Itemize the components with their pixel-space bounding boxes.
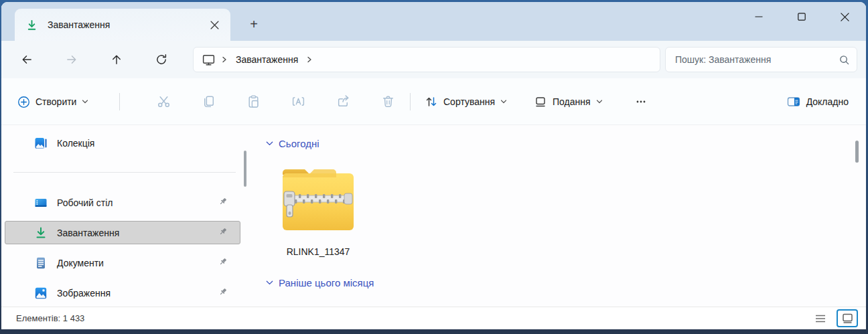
- navigation-bar: Завантаження: [1, 41, 866, 78]
- new-tab-button[interactable]: +: [244, 14, 264, 34]
- close-icon: [210, 21, 219, 29]
- close-icon: [841, 13, 849, 21]
- sidebar-item-label: Завантаження: [57, 228, 119, 238]
- sidebar-item-label: Робочий стіл: [57, 197, 113, 208]
- chevron-down-icon: [265, 139, 274, 148]
- sidebar-item-documents[interactable]: Документи: [5, 251, 240, 274]
- tab-downloads[interactable]: Завантаження: [15, 9, 230, 41]
- tab-title: Завантаження: [48, 19, 110, 30]
- up-icon: [110, 53, 123, 66]
- toolbar-divider: [119, 93, 120, 110]
- title-bar: Завантаження +: [1, 2, 866, 41]
- sidebar-scrollbar-thumb[interactable]: [244, 151, 246, 187]
- file-explorer-window: Завантаження +: [1, 2, 866, 329]
- ellipsis-icon: [634, 94, 648, 108]
- minimize-button[interactable]: [737, 2, 780, 31]
- share-button[interactable]: [330, 88, 356, 114]
- view-button[interactable]: Подання: [527, 90, 609, 113]
- more-options-button[interactable]: [628, 88, 654, 114]
- new-button-label: Створити: [35, 96, 76, 107]
- details-pane-button[interactable]: Докладно: [782, 90, 853, 113]
- paste-icon: [246, 94, 261, 108]
- details-pane-label: Докладно: [806, 96, 849, 107]
- sidebar-item-pictures[interactable]: Зображення: [5, 281, 240, 305]
- tab-close-button[interactable]: [205, 15, 224, 34]
- pin-icon: [218, 197, 228, 209]
- desktop-background: Завантаження +: [0, 0, 868, 334]
- navigation-pane: Колекція Робочий стіл: [1, 126, 255, 307]
- chevron-right-icon[interactable]: [306, 56, 313, 63]
- delete-icon: [381, 94, 395, 108]
- pictures-icon: [34, 286, 48, 300]
- copy-button[interactable]: [195, 88, 222, 114]
- view-button-label: Подання: [553, 96, 591, 107]
- sidebar-item-desktop[interactable]: Робочий стіл: [5, 191, 240, 214]
- back-icon: [20, 53, 33, 66]
- explorer-body: Колекція Робочий стіл: [1, 126, 866, 307]
- chevron-down-icon: [82, 98, 88, 105]
- copy-icon: [202, 94, 216, 108]
- group-header-label: Раніше цього місяця: [279, 277, 374, 288]
- sidebar-item-label: Документи: [57, 258, 104, 268]
- refresh-icon: [155, 53, 168, 66]
- chevron-down-icon: [500, 98, 507, 105]
- search-input[interactable]: [675, 54, 839, 65]
- sidebar-divider: [13, 172, 236, 173]
- monitor-icon: [202, 53, 216, 67]
- up-button[interactable]: [105, 48, 128, 71]
- details-pane-icon: [786, 95, 801, 108]
- view-icon: [534, 95, 547, 108]
- breadcrumb-item-downloads[interactable]: Завантаження: [236, 54, 298, 65]
- desktop-icon: [34, 196, 48, 210]
- pin-icon: [218, 227, 228, 239]
- zip-folder-icon: [277, 165, 359, 234]
- cut-icon: [157, 94, 171, 108]
- search-icon[interactable]: [839, 54, 850, 66]
- sort-button[interactable]: Сортування: [418, 90, 514, 113]
- chevron-right-icon: [221, 56, 228, 63]
- delete-button[interactable]: [374, 88, 401, 114]
- plus-circle-icon: [17, 96, 30, 108]
- minimize-icon: [755, 13, 763, 21]
- paste-button[interactable]: [240, 88, 267, 114]
- file-list-area: Сьогодні: [256, 126, 852, 307]
- sort-icon: [425, 95, 438, 108]
- download-icon: [25, 19, 38, 31]
- sidebar-item-label: Колекція: [57, 138, 94, 149]
- search-box: [665, 47, 857, 72]
- address-bar[interactable]: Завантаження: [193, 47, 660, 72]
- large-icons-view-button[interactable]: [837, 309, 858, 327]
- maximize-icon: [798, 13, 806, 21]
- file-name-label: RLINK1_11347: [287, 246, 350, 257]
- chevron-down-icon: [265, 278, 274, 287]
- list-view-button[interactable]: [810, 309, 831, 327]
- toolbar-divider: [410, 93, 411, 110]
- gallery-icon: [34, 137, 48, 150]
- group-header-earlier-this-month[interactable]: Раніше цього місяця: [265, 277, 374, 288]
- forward-button[interactable]: [60, 48, 83, 71]
- close-window-button[interactable]: [823, 2, 866, 31]
- sidebar-item-gallery[interactable]: Колекція: [5, 131, 240, 155]
- back-button[interactable]: [15, 48, 38, 71]
- large-icons-view-icon: [842, 313, 853, 324]
- list-view-icon: [815, 314, 826, 323]
- refresh-button[interactable]: [150, 48, 173, 71]
- file-item-zip-folder[interactable]: RLINK1_11347: [276, 165, 360, 257]
- new-button[interactable]: Створити: [11, 90, 95, 113]
- command-toolbar: Створити: [1, 78, 866, 125]
- pin-icon: [218, 257, 228, 269]
- status-bar: Елементів: 1 433: [1, 307, 866, 329]
- cut-button[interactable]: [150, 88, 177, 114]
- download-icon: [34, 226, 48, 240]
- rename-button[interactable]: [285, 88, 311, 114]
- content-scrollbar-thumb[interactable]: [855, 141, 859, 163]
- forward-icon: [65, 53, 78, 66]
- group-header-today[interactable]: Сьогодні: [265, 138, 319, 149]
- documents-icon: [34, 256, 48, 270]
- sidebar-item-label: Зображення: [57, 288, 111, 299]
- sidebar-item-downloads[interactable]: Завантаження: [5, 221, 240, 244]
- caption-controls: [737, 2, 866, 31]
- share-icon: [336, 94, 350, 108]
- maximize-button[interactable]: [780, 2, 823, 31]
- items-count-label: Елементів: 1 433: [16, 313, 84, 323]
